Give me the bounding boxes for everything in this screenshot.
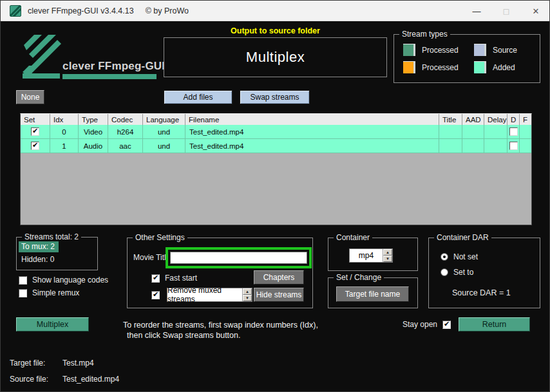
app-logo-icon bbox=[10, 5, 21, 17]
fast-start-row[interactable]: Fast start bbox=[151, 274, 197, 283]
simple-remux-label: Simple remux bbox=[32, 288, 79, 297]
table-row[interactable]: 1 Audio aac und Test_edited.mp4 bbox=[21, 139, 531, 153]
title-bar: clever FFmpeg-GUI v3.4.4.13 © by ProWo —… bbox=[1, 1, 550, 21]
stream-types-label: Stream types bbox=[399, 30, 450, 39]
col-header-filename[interactable]: Filename bbox=[185, 114, 439, 125]
table-row[interactable]: 0 Video h264 und Test_edited.mp4 bbox=[21, 125, 531, 139]
not-set-radio[interactable] bbox=[441, 253, 448, 261]
container-spinner[interactable]: mp4 ▲ ▼ bbox=[349, 248, 393, 263]
col-header-language[interactable]: Language bbox=[143, 114, 185, 125]
minimize-icon[interactable]: — bbox=[462, 1, 491, 21]
set-to-radio[interactable] bbox=[441, 268, 448, 276]
show-language-codes-checkbox[interactable] bbox=[19, 276, 27, 285]
stream-d-checkbox[interactable] bbox=[509, 127, 518, 136]
fast-start-label: Fast start bbox=[165, 274, 197, 283]
cell-title bbox=[439, 125, 462, 139]
cell-language: und bbox=[143, 139, 185, 153]
col-header-delay[interactable]: Delay bbox=[484, 114, 507, 125]
col-header-f[interactable]: F bbox=[520, 114, 531, 125]
cell-aad bbox=[462, 139, 484, 153]
cell-delay bbox=[484, 125, 507, 139]
remove-muxed-checkbox[interactable] bbox=[151, 291, 160, 299]
stay-open-checkbox[interactable] bbox=[442, 321, 451, 329]
to-mux-count: To mux: 2 bbox=[19, 241, 59, 252]
simple-remux-row[interactable]: Simple remux bbox=[19, 288, 79, 297]
stream-table: Set Idx Type Codec Language Filename Tit… bbox=[20, 113, 532, 225]
legend-item-processed-2: Processed bbox=[403, 61, 474, 73]
hidden-count: Hidden: 0 bbox=[21, 255, 54, 264]
remove-muxed-spinner[interactable]: Remove muxed streams ▲ ▼ bbox=[167, 288, 252, 302]
fast-start-checkbox[interactable] bbox=[151, 274, 160, 283]
movie-title-input[interactable] bbox=[170, 252, 307, 264]
return-button[interactable]: Return bbox=[459, 317, 530, 331]
dar-not-set-row[interactable]: Not set bbox=[441, 252, 478, 261]
spin-up-icon[interactable]: ▲ bbox=[383, 249, 392, 256]
output-destination-note: Output to source folder bbox=[164, 26, 387, 35]
none-button[interactable]: None bbox=[16, 90, 44, 104]
legend-label: Processed bbox=[422, 63, 459, 72]
target-file-name-button[interactable]: Target file name bbox=[336, 286, 409, 302]
legend-item-added: Added bbox=[474, 61, 538, 73]
set-change-label: Set / Change bbox=[334, 273, 384, 282]
simple-remux-checkbox[interactable] bbox=[19, 289, 27, 297]
close-icon[interactable]: ✕ bbox=[521, 1, 550, 21]
other-settings-label: Other Settings bbox=[133, 233, 187, 242]
mode-box: Multiplex bbox=[164, 37, 387, 77]
container-label: Container bbox=[334, 233, 372, 242]
legend-label: Processed bbox=[422, 46, 459, 55]
cell-idx: 0 bbox=[50, 125, 79, 139]
movie-title-highlight-frame bbox=[166, 247, 312, 268]
streams-total-group: Streams total: 2 To mux: 2 Hidden: 0 bbox=[16, 237, 98, 270]
stay-open-row[interactable]: Stay open bbox=[403, 320, 451, 329]
add-files-button[interactable]: Add files bbox=[164, 90, 232, 104]
stream-set-checkbox[interactable] bbox=[31, 142, 39, 150]
col-header-aad[interactable]: AAD bbox=[462, 114, 484, 125]
hide-streams-button[interactable]: Hide streams bbox=[254, 288, 304, 302]
app-logo-mark bbox=[20, 35, 61, 80]
col-header-codec[interactable]: Codec bbox=[108, 114, 143, 125]
maximize-icon[interactable]: ◻ bbox=[491, 1, 521, 21]
remove-muxed-row[interactable] bbox=[151, 291, 160, 299]
stream-d-checkbox[interactable] bbox=[509, 142, 518, 150]
col-header-set[interactable]: Set bbox=[21, 114, 50, 125]
legend-item-processed: Processed bbox=[403, 44, 474, 56]
spin-down-icon[interactable]: ▼ bbox=[243, 295, 252, 301]
dar-set-to-row[interactable]: Set to bbox=[441, 268, 473, 277]
cell-f bbox=[520, 125, 531, 139]
cell-aad bbox=[462, 125, 484, 139]
cell-type: Video bbox=[79, 125, 108, 139]
remove-muxed-value: Remove muxed streams bbox=[167, 288, 242, 301]
swap-streams-button[interactable]: Swap streams bbox=[240, 90, 310, 104]
other-settings-group: Other Settings Movie Title Fast start Ch… bbox=[127, 238, 313, 308]
col-header-d[interactable]: D bbox=[507, 114, 520, 125]
reorder-hint-line2: then click Swap streams button. bbox=[127, 331, 240, 340]
stream-set-checkbox[interactable] bbox=[31, 127, 39, 136]
window-copyright: © by ProWo bbox=[146, 6, 189, 15]
container-group: Container mp4 ▲ ▼ bbox=[328, 238, 418, 271]
target-file-label: Target file: bbox=[10, 359, 45, 368]
col-header-title[interactable]: Title bbox=[439, 114, 462, 125]
added-swatch bbox=[474, 61, 486, 73]
cell-filename: Test_edited.mp4 bbox=[185, 139, 439, 153]
processed-orange-swatch bbox=[403, 61, 415, 73]
set-to-label: Set to bbox=[453, 268, 473, 277]
multiplex-button[interactable]: Multiplex bbox=[16, 317, 89, 331]
cell-title bbox=[439, 139, 462, 153]
source-swatch bbox=[474, 44, 486, 56]
spin-down-icon[interactable]: ▼ bbox=[383, 256, 392, 262]
col-header-type[interactable]: Type bbox=[79, 114, 108, 125]
target-file-value: Test.mp4 bbox=[62, 359, 94, 368]
source-dar-value: Source DAR = 1 bbox=[452, 288, 511, 297]
movie-title-label: Movie Title bbox=[133, 253, 170, 262]
cell-codec: aac bbox=[108, 139, 143, 153]
legend-label: Added bbox=[493, 63, 515, 72]
not-set-label: Not set bbox=[453, 252, 478, 261]
stream-types-group: Stream types Processed Source Processed … bbox=[394, 34, 540, 83]
chapters-button[interactable]: Chapters bbox=[254, 270, 304, 285]
window-title: clever FFmpeg-GUI v3.4.4.13 bbox=[28, 6, 134, 15]
col-header-idx[interactable]: Idx bbox=[50, 114, 79, 125]
spin-up-icon[interactable]: ▲ bbox=[243, 288, 252, 295]
show-language-codes-row[interactable]: Show language codes bbox=[19, 275, 108, 285]
cell-delay bbox=[484, 139, 507, 153]
stay-open-label: Stay open bbox=[403, 320, 437, 329]
